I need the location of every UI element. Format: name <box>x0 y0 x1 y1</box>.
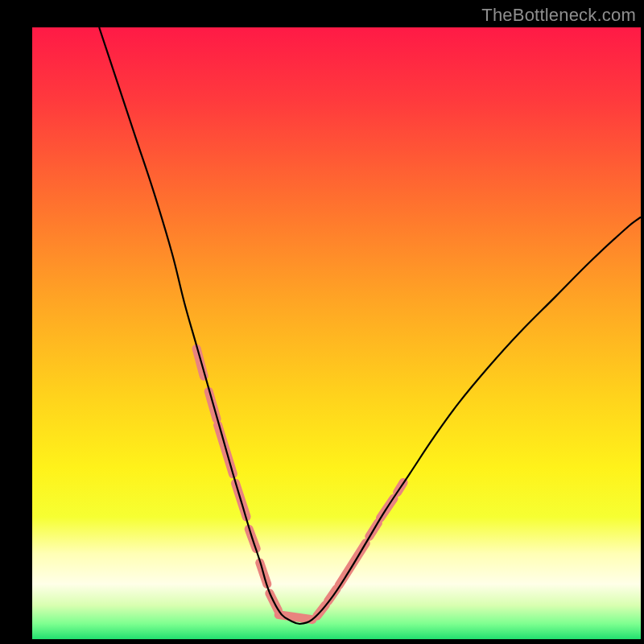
gradient-background <box>32 27 641 639</box>
watermark-text: TheBottleneck.com <box>481 5 636 26</box>
bottleneck-chart <box>0 0 644 644</box>
